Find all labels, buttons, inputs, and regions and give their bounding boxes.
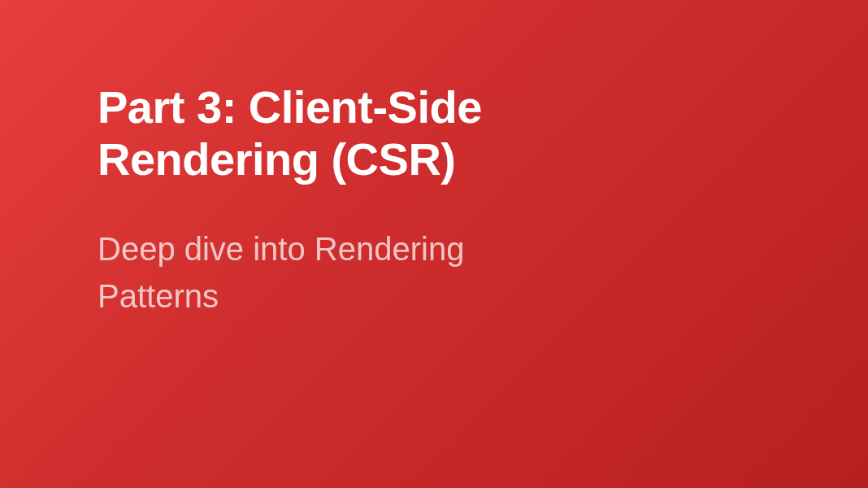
slide-title: Part 3: Client-Side Rendering (CSR) <box>98 81 666 186</box>
slide-subtitle: Deep dive into Rendering Patterns <box>98 225 585 320</box>
slide-container: Part 3: Client-Side Rendering (CSR) Deep… <box>0 0 868 488</box>
